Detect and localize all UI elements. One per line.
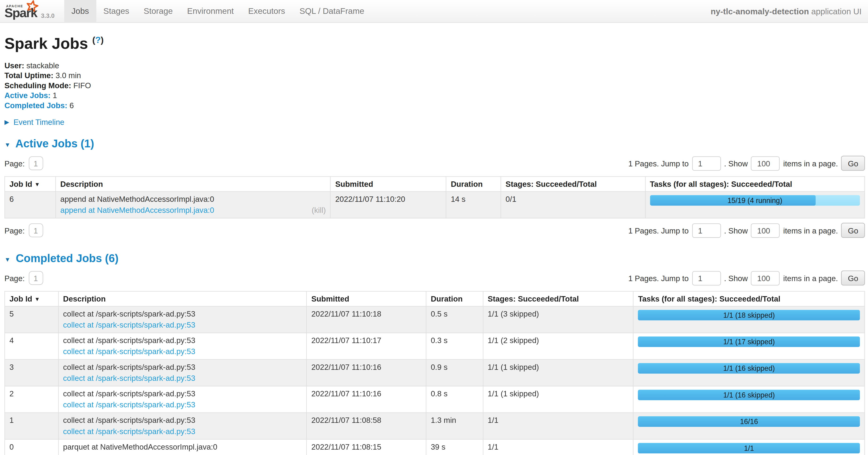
job-id-cell: 3 xyxy=(5,360,58,386)
description-text: append at NativeMethodAccessorImpl.java:… xyxy=(60,195,326,204)
stages-cell: 1/1 xyxy=(483,439,633,455)
tab-label[interactable]: Storage xyxy=(136,0,180,22)
column-header-stages[interactable]: Stages: Succeeded/Total xyxy=(483,291,633,306)
tasks-cell: 1/1 (18 skipped) xyxy=(633,306,865,333)
tasks-cell: 1/1 (16 skipped) xyxy=(633,386,865,413)
description-link[interactable]: collect at /spark-scripts/spark-ad.py:53 xyxy=(63,347,195,356)
page-selector: Page: xyxy=(4,156,43,170)
column-header-job-id[interactable]: Job Id▼ xyxy=(5,291,58,306)
stages-cell: 0/1 xyxy=(501,192,645,218)
description-links: collect at /spark-scripts/spark-ad.py:53 xyxy=(63,374,302,383)
page-selector: Page: xyxy=(4,223,43,237)
jump-to-input[interactable] xyxy=(692,156,721,170)
jump-to-input[interactable] xyxy=(692,223,721,237)
summary-label[interactable]: Completed Jobs: xyxy=(4,101,67,110)
description-link[interactable]: collect at /spark-scripts/spark-ad.py:53 xyxy=(63,427,195,436)
spark-logo[interactable]: APACHE Spark 3.3.0 xyxy=(0,0,58,22)
items-per-page-input[interactable] xyxy=(751,156,780,170)
show-text: . Show xyxy=(724,274,748,283)
tab-executors: Executors xyxy=(241,0,292,22)
submitted-cell: 2022/11/07 11:10:16 xyxy=(307,360,426,386)
tab-label[interactable]: Environment xyxy=(180,0,241,22)
column-header-tasks[interactable]: Tasks (for all stages): Succeeded/Total xyxy=(633,291,865,306)
column-header-stages[interactable]: Stages: Succeeded/Total xyxy=(501,176,645,192)
completed-jobs-heading[interactable]: ▼ Completed Jobs (6) xyxy=(4,252,865,265)
stages-cell: 1/1 (1 skipped) xyxy=(483,360,633,386)
summary-item: Scheduling Mode: FIFO xyxy=(4,81,865,91)
page-jump-controls: 1 Pages. Jump to. Showitems in a page.Go xyxy=(628,156,865,171)
submitted-cell: 2022/11/07 11:10:17 xyxy=(307,333,426,360)
description-link[interactable]: collect at /spark-scripts/spark-ad.py:53 xyxy=(63,374,195,382)
summary-list: User: stackableTotal Uptime: 3.0 minSche… xyxy=(4,60,865,110)
tab-label[interactable]: SQL / DataFrame xyxy=(292,0,372,22)
help-question-icon: ? xyxy=(95,35,100,45)
navbar: APACHE Spark 3.3.0 JobsStagesStorageEnvi… xyxy=(0,0,868,23)
page-number-input[interactable] xyxy=(29,271,43,285)
stages-text: 1/1 (1 skipped) xyxy=(488,389,629,398)
summary-label[interactable]: Active Jobs: xyxy=(4,91,51,100)
description-link[interactable]: parquet at NativeMethodAccessorImpl.java… xyxy=(63,453,217,455)
duration-text: 0.3 s xyxy=(431,336,478,345)
description-text: parquet at NativeMethodAccessorImpl.java… xyxy=(63,442,302,452)
tab-label[interactable]: Jobs xyxy=(64,0,96,22)
column-header-description[interactable]: Description xyxy=(56,176,331,192)
submitted-text: 2022/11/07 11:08:15 xyxy=(311,442,421,452)
pagination-row-active-bottom: Page:1 Pages. Jump to. Showitems in a pa… xyxy=(4,223,865,238)
pages-count-text: 1 Pages. Jump to xyxy=(628,274,688,283)
description-cell: collect at /spark-scripts/spark-ad.py:53… xyxy=(58,360,307,386)
task-progress-label: 1/1 xyxy=(638,443,860,453)
help-link[interactable]: (?) xyxy=(92,35,103,45)
page-number-input[interactable] xyxy=(29,156,43,170)
duration-text: 0.5 s xyxy=(431,309,478,319)
tab-environment: Environment xyxy=(180,0,241,22)
column-header-job-id[interactable]: Job Id▼ xyxy=(5,176,56,192)
job-row: 5collect at /spark-scripts/spark-ad.py:5… xyxy=(5,306,865,333)
column-header-description[interactable]: Description xyxy=(58,291,307,306)
column-header-submitted[interactable]: Submitted xyxy=(307,291,426,306)
column-header-duration[interactable]: Duration xyxy=(426,291,483,306)
items-text: items in a page. xyxy=(783,274,838,283)
task-progress-label: 1/1 (18 skipped) xyxy=(638,310,860,320)
description-link[interactable]: append at NativeMethodAccessorImpl.java:… xyxy=(60,205,214,215)
description-link[interactable]: collect at /spark-scripts/spark-ad.py:53 xyxy=(63,400,195,409)
description-text: collect at /spark-scripts/spark-ad.py:53 xyxy=(63,363,302,372)
tab-label[interactable]: Executors xyxy=(241,0,292,22)
jump-to-input[interactable] xyxy=(692,271,721,285)
duration-text: 39 s xyxy=(431,442,478,452)
event-timeline-label: Event Timeline xyxy=(13,118,64,126)
task-progress-bar: 15/19 (4 running) xyxy=(650,195,860,206)
page-number-input[interactable] xyxy=(29,223,43,237)
column-header-tasks[interactable]: Tasks (for all stages): Succeeded/Total xyxy=(645,176,865,192)
stages-text: 1/1 xyxy=(488,416,629,425)
submitted-cell: 2022/11/07 11:10:20 xyxy=(331,192,446,218)
tab-stages: Stages xyxy=(96,0,136,22)
job-id-cell: 2 xyxy=(5,386,58,413)
go-button[interactable]: Go xyxy=(841,223,865,238)
task-progress-label: 1/1 (17 skipped) xyxy=(638,337,860,347)
kill-link[interactable]: (kill) xyxy=(312,205,326,215)
go-button[interactable]: Go xyxy=(841,156,865,171)
task-progress-label: 15/19 (4 running) xyxy=(650,195,860,206)
event-timeline-toggle[interactable]: ▶ Event Timeline xyxy=(4,118,865,126)
spark-version: 3.3.0 xyxy=(41,12,55,19)
duration-cell: 39 s xyxy=(426,439,483,455)
description-links: collect at /spark-scripts/spark-ad.py:53 xyxy=(63,320,302,330)
duration-text: 0.9 s xyxy=(431,363,478,372)
page-label: Page: xyxy=(4,226,25,235)
go-button[interactable]: Go xyxy=(841,271,865,286)
active-jobs-heading[interactable]: ▼ Active Jobs (1) xyxy=(4,138,865,150)
main-content: Spark Jobs (?) User: stackableTotal Upti… xyxy=(0,35,868,455)
tab-label[interactable]: Stages xyxy=(96,0,136,22)
app-name: ny-tlc-anomaly-detection xyxy=(711,6,809,16)
description-text: collect at /spark-scripts/spark-ad.py:53 xyxy=(63,336,302,345)
description-link[interactable]: collect at /spark-scripts/spark-ad.py:53 xyxy=(63,320,195,329)
column-header-submitted[interactable]: Submitted xyxy=(331,176,446,192)
summary-label: User: xyxy=(4,61,24,70)
items-per-page-input[interactable] xyxy=(751,271,780,285)
task-progress-bar: 1/1 xyxy=(638,443,860,453)
show-text: . Show xyxy=(724,159,748,168)
column-header-duration[interactable]: Duration xyxy=(446,176,501,192)
tasks-cell: 1/1 xyxy=(633,439,865,455)
items-per-page-input[interactable] xyxy=(751,223,780,237)
page-selector: Page: xyxy=(4,271,43,285)
